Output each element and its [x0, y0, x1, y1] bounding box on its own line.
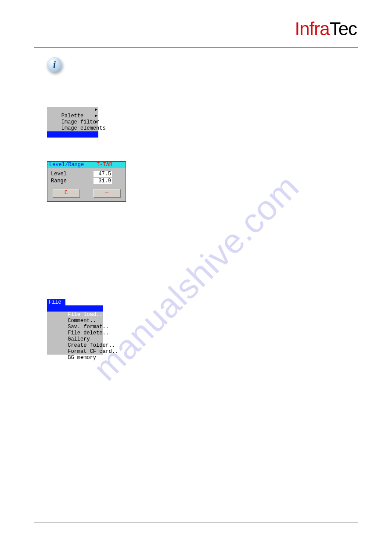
- image-menu[interactable]: Palette ▶ Image filter ▶ Image elements …: [47, 107, 98, 138]
- menu-item-create-folder[interactable]: Create folder..: [47, 336, 103, 342]
- level-input[interactable]: 47.5: [93, 170, 112, 178]
- menu-item-bg-memory[interactable]: BG memory: [47, 348, 103, 355]
- menu-item-image-elements[interactable]: Image elements ▶: [47, 119, 98, 125]
- range-input[interactable]: 31.9: [93, 178, 112, 185]
- menu-item-level-range[interactable]: Level/Range..: [47, 131, 98, 138]
- dialog-title-left: Level/Range: [49, 162, 84, 168]
- range-value: 31.9: [98, 178, 111, 184]
- brand-logo: InfraTec: [295, 18, 357, 40]
- file-menu-title[interactable]: File: [47, 299, 65, 305]
- footer-divider: [34, 522, 358, 522]
- info-icon: i: [47, 57, 62, 72]
- dialog-title-right: T-TAB: [97, 162, 112, 168]
- field-level: Level 47.5: [51, 170, 122, 178]
- menu-item-palette[interactable]: Palette ▶: [47, 107, 98, 113]
- level-range-dialog: Level/Range T-TAB Level 47.5 Range 31.9 …: [47, 161, 126, 202]
- menu-item-label: Level/Range..: [61, 138, 103, 144]
- header-divider: [34, 47, 358, 48]
- level-active-digit: 5: [108, 171, 111, 177]
- logo-part1: Infra: [295, 18, 330, 39]
- dialog-buttons: C ←: [47, 186, 126, 201]
- logo-part2: Tec: [330, 18, 357, 39]
- apply-button[interactable]: ←: [94, 189, 121, 198]
- file-menu[interactable]: File File load.. Comment.. Sav. format..…: [47, 299, 103, 355]
- info-icon-glyph: i: [53, 59, 56, 70]
- menu-item-file-load[interactable]: File load..: [47, 305, 103, 312]
- menu-item-label: BG memory: [68, 355, 96, 361]
- cancel-button[interactable]: C: [53, 189, 80, 198]
- menu-item-gallery[interactable]: Gallery: [47, 330, 103, 336]
- dialog-body: Level 47.5 Range 31.9: [47, 168, 126, 186]
- menu-item-isotherms[interactable]: Isotherms..: [47, 125, 98, 131]
- submenu-arrow-icon: ▶: [95, 113, 97, 119]
- field-label: Level: [51, 171, 93, 177]
- menu-item-image-filter[interactable]: Image filter ▶: [47, 113, 98, 119]
- level-value-prefix: 47.: [98, 171, 108, 177]
- submenu-arrow-icon: ▶: [95, 107, 97, 113]
- dialog-title-bar: Level/Range T-TAB: [47, 162, 126, 168]
- menu-item-format-cf-card[interactable]: Format CF card..: [47, 342, 103, 348]
- menu-item-file-delete[interactable]: File delete..: [47, 324, 103, 330]
- menu-item-comment[interactable]: Comment..: [47, 312, 103, 318]
- submenu-arrow-icon: ▶: [95, 119, 97, 125]
- menu-item-save-format[interactable]: Sav. format..: [47, 318, 103, 324]
- field-label: Range: [51, 178, 93, 184]
- field-range: Range 31.9: [51, 178, 122, 185]
